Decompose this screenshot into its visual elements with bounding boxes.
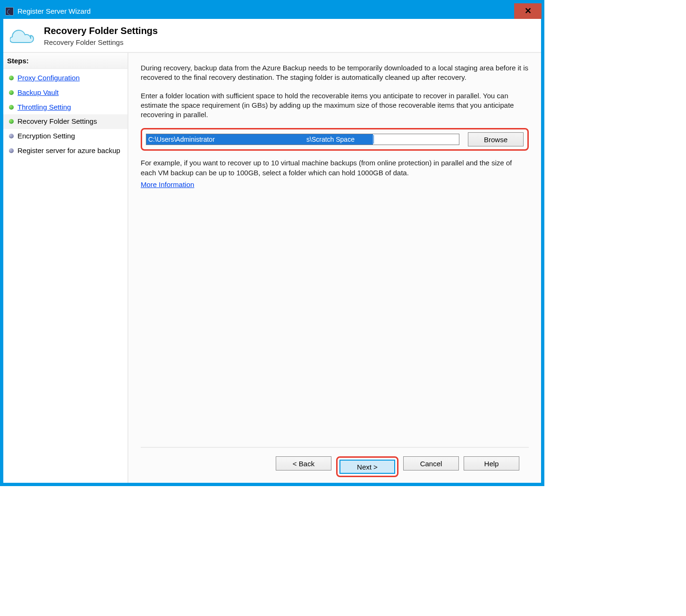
window-title: Register Server Wizard	[17, 7, 91, 15]
cloud-icon	[10, 27, 36, 44]
page-title: Recovery Folder Settings	[44, 26, 158, 36]
step-label: Recovery Folder Settings	[17, 117, 97, 126]
input-caret	[373, 135, 374, 144]
example-text: For example, if you want to recover up t…	[141, 158, 529, 178]
step-bullet-icon	[9, 76, 14, 80]
step-label: Throttling Setting	[17, 103, 71, 112]
folder-path-input[interactable]: C:\Users\Administrator s\Scratch Space	[146, 134, 459, 145]
app-icon	[5, 7, 14, 16]
step-recovery-folder-settings[interactable]: Recovery Folder Settings	[3, 114, 127, 129]
wizard-footer: < Back Next > Cancel Help	[141, 447, 529, 477]
instruction-text: Enter a folder location with sufficient …	[141, 91, 529, 120]
step-bullet-icon	[9, 105, 14, 110]
step-backup-vault[interactable]: Backup Vault	[3, 86, 127, 100]
step-label: Proxy Configuration	[17, 74, 80, 83]
folder-input-highlight: C:\Users\Administrator s\Scratch Space B…	[141, 128, 529, 151]
wizard-body: Steps: Proxy Configuration Backup Vault …	[3, 53, 541, 483]
step-encryption-setting[interactable]: Encryption Setting	[3, 129, 127, 144]
help-button[interactable]: Help	[464, 456, 519, 471]
path-selected-segment: C:\Users\Administrator	[146, 134, 305, 145]
step-label: Register server for azure backup	[17, 146, 120, 155]
next-button[interactable]: Next >	[339, 460, 395, 474]
close-icon: ✕	[525, 6, 532, 16]
cancel-button[interactable]: Cancel	[403, 456, 459, 471]
close-button[interactable]: ✕	[514, 3, 542, 19]
wizard-header: Recovery Folder Settings Recovery Folder…	[3, 19, 541, 53]
main-panel: During recovery, backup data from the Az…	[128, 53, 541, 483]
page-subtitle: Recovery Folder Settings	[44, 38, 158, 46]
steps-heading: Steps:	[3, 53, 127, 69]
step-label: Backup Vault	[17, 88, 59, 97]
step-throttling-setting[interactable]: Throttling Setting	[3, 100, 127, 115]
step-bullet-icon	[9, 148, 14, 153]
next-button-highlight: Next >	[336, 456, 398, 477]
step-proxy-configuration[interactable]: Proxy Configuration	[3, 71, 127, 86]
intro-text: During recovery, backup data from the Az…	[141, 63, 529, 83]
browse-button[interactable]: Browse	[468, 132, 524, 146]
titlebar: Register Server Wizard ✕	[3, 3, 541, 19]
steps-sidebar: Steps: Proxy Configuration Backup Vault …	[3, 53, 128, 483]
step-register-server[interactable]: Register server for azure backup	[3, 144, 127, 158]
step-bullet-icon	[9, 90, 14, 95]
more-information-link[interactable]: More Information	[141, 180, 529, 188]
back-button[interactable]: < Back	[276, 456, 331, 471]
wizard-window: Register Server Wizard ✕ Recovery Folder…	[0, 0, 544, 486]
path-selected-segment: s\Scratch Space	[305, 134, 373, 145]
step-bullet-icon	[9, 119, 14, 124]
steps-list: Proxy Configuration Backup Vault Throttl…	[3, 69, 127, 160]
step-bullet-icon	[9, 134, 14, 138]
step-label: Encryption Setting	[17, 132, 75, 141]
